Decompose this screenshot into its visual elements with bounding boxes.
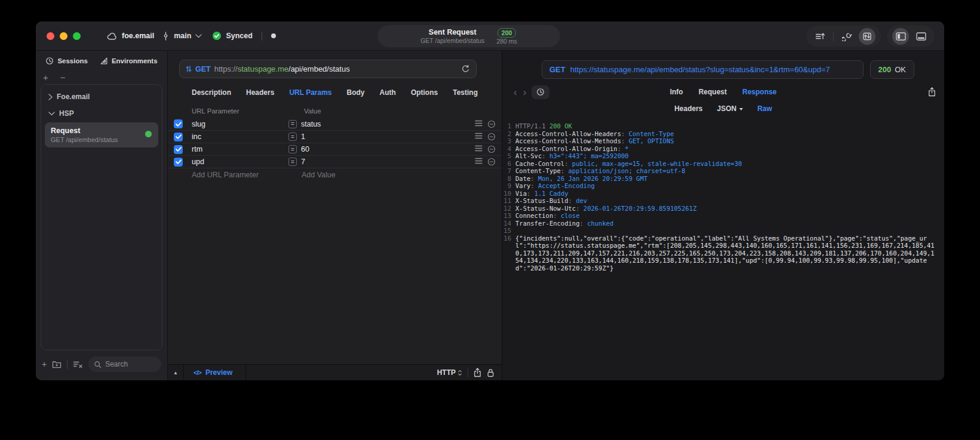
response-subtab-raw[interactable]: Raw — [757, 104, 772, 113]
zoom-window-button[interactable] — [73, 32, 81, 40]
line-content: HTTP/1.1 200 OK — [515, 122, 937, 130]
request-tab-url-params[interactable]: URL Params — [289, 88, 331, 97]
param-name[interactable]: slug — [192, 120, 288, 128]
param-value[interactable]: status — [301, 120, 321, 128]
response-line: 11X-Status-Build: dev — [502, 197, 937, 205]
lock-icon[interactable] — [487, 368, 494, 377]
new-folder-icon[interactable] — [52, 360, 62, 368]
request-method[interactable]: GET — [195, 65, 211, 73]
response-subtab-json[interactable]: JSON — [717, 104, 744, 113]
toggle-sidebar-icon[interactable] — [892, 28, 909, 45]
reorder-handle-icon[interactable] — [475, 158, 483, 166]
param-name[interactable]: inc — [192, 133, 288, 141]
request-tab-headers[interactable]: Headers — [246, 88, 274, 97]
remove-item-button[interactable]: − — [60, 73, 66, 82]
footer-separator — [67, 360, 67, 369]
compare-branches-icon[interactable] — [838, 28, 855, 45]
add-url-parameter[interactable]: Add URL Parameter — [192, 171, 288, 179]
clear-filter-icon[interactable] — [73, 360, 83, 368]
titlebar: foe.email main Synced Sent Request — [36, 21, 944, 51]
history-button[interactable] — [532, 85, 549, 99]
tab-sessions[interactable]: Sessions — [45, 57, 88, 65]
line-number: 8 — [502, 175, 515, 183]
remove-param-icon[interactable] — [487, 158, 496, 166]
url-params-table: URL Parameter Value slug=statusinc=1rtm=… — [168, 101, 502, 364]
tree-group-hsp[interactable]: HSP — [41, 105, 162, 122]
chevron-down-icon[interactable] — [195, 34, 202, 38]
add-item-button[interactable]: + — [43, 73, 48, 82]
export-response-icon[interactable] — [928, 87, 936, 97]
sidebar: Sessions Environments + − — [36, 51, 168, 380]
request-tab-body[interactable]: Body — [347, 88, 365, 97]
param-value[interactable]: 60 — [301, 145, 309, 153]
remove-param-icon[interactable] — [487, 133, 496, 141]
line-content: X-Status-Build: dev — [515, 197, 937, 205]
reorder-handle-icon[interactable] — [475, 133, 483, 141]
request-url-bar[interactable]: GET https://statuspage.me/api/embed/stat… — [179, 60, 477, 78]
toggle-bottom-panel-icon[interactable] — [913, 28, 929, 45]
preview-button[interactable]: </> Preview — [184, 365, 246, 380]
project-name[interactable]: foe.email — [122, 32, 154, 40]
import-export-icon[interactable] — [859, 28, 875, 45]
request-url[interactable]: https://statuspage.me/api/embed/status — [214, 64, 457, 73]
response-tab-response[interactable]: Response — [742, 88, 776, 96]
param-row[interactable]: slug=status — [168, 118, 502, 130]
status-code-badge: 200 — [497, 28, 517, 38]
next-exchange-button[interactable]: › — [520, 87, 530, 97]
param-row[interactable]: rtm=60 — [168, 143, 502, 155]
remove-param-icon[interactable] — [487, 120, 496, 128]
line-content: {"incidents":null,"overall":{"code":"ope… — [515, 235, 937, 272]
minimize-window-button[interactable] — [60, 32, 67, 40]
param-name[interactable]: upd — [192, 158, 288, 166]
resend-icon[interactable] — [461, 64, 470, 73]
param-enabled-checkbox[interactable] — [174, 145, 183, 154]
add-value[interactable]: Add Value — [288, 171, 467, 179]
sent-request-subtitle: GET /api/embed/status — [420, 37, 484, 45]
response-nav: ‹ › InfoRequestResponse — [502, 83, 944, 101]
response-url-readout[interactable]: GET https://statuspage.me/api/embed/stat… — [542, 60, 864, 79]
tree-group-foe-email[interactable]: Foe.email — [41, 88, 162, 105]
request-tab-description[interactable]: Description — [192, 88, 231, 97]
param-value[interactable]: 1 — [301, 133, 305, 141]
tree-group-label: Foe.email — [57, 93, 90, 101]
expand-panel-button[interactable]: ▲ — [168, 365, 184, 380]
response-body[interactable]: 1HTTP/1.1 200 OK2Access-Control-Allow-He… — [502, 116, 944, 380]
branch-name[interactable]: main — [174, 32, 191, 40]
toolbar — [806, 26, 935, 47]
request-tree: Foe.email HSP Request GET /api/embed/sta… — [41, 84, 162, 350]
line-content: Access-Control-Allow-Headers: Content-Ty… — [515, 130, 937, 138]
response-tab-info[interactable]: Info — [670, 88, 683, 96]
search-input[interactable]: Search — [88, 356, 161, 372]
equals-chip: = — [288, 120, 297, 128]
share-icon[interactable] — [474, 368, 481, 377]
param-enabled-checkbox[interactable] — [174, 133, 183, 141]
add-param-row[interactable]: Add URL Parameter Add Value — [168, 168, 502, 181]
remove-param-icon[interactable] — [487, 145, 496, 153]
reorder-handle-icon[interactable] — [475, 145, 483, 153]
line-number: 9 — [502, 182, 515, 190]
new-request-button[interactable]: + — [42, 360, 47, 368]
sort-export-icon[interactable] — [812, 28, 828, 45]
param-name[interactable]: rtm — [192, 145, 288, 153]
method-selector-icon[interactable] — [186, 65, 192, 73]
protocol-selector[interactable]: HTTP — [437, 368, 462, 377]
param-row[interactable]: upd=7 — [168, 155, 502, 168]
reorder-handle-icon[interactable] — [475, 120, 483, 128]
request-tab-auth[interactable]: Auth — [380, 88, 396, 97]
param-row[interactable]: inc=1 — [168, 130, 502, 143]
response-tab-request[interactable]: Request — [699, 88, 727, 96]
param-value[interactable]: 7 — [301, 158, 305, 166]
tree-item-request[interactable]: Request GET /api/embed/status — [45, 122, 158, 147]
param-enabled-checkbox[interactable] — [174, 119, 183, 128]
close-window-button[interactable] — [47, 32, 54, 40]
request-tab-testing[interactable]: Testing — [453, 88, 478, 97]
response-subtab-headers[interactable]: Headers — [674, 104, 702, 113]
activity-pill[interactable]: Sent Request GET /api/embed/status 200 2… — [377, 25, 560, 47]
tab-environments[interactable]: Environments — [100, 57, 158, 65]
line-number: 10 — [502, 190, 515, 198]
environments-icon — [100, 57, 108, 65]
traffic-lights — [47, 32, 81, 40]
request-tab-options[interactable]: Options — [411, 88, 438, 97]
param-enabled-checkbox[interactable] — [174, 158, 183, 167]
prev-exchange-button[interactable]: ‹ — [511, 87, 520, 97]
